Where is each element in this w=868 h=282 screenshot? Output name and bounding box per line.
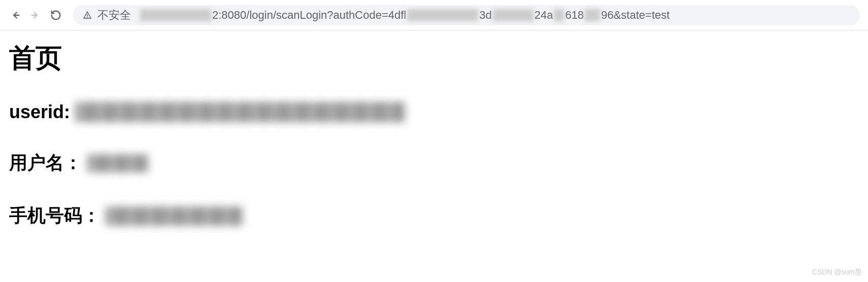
forward-button[interactable] bbox=[28, 8, 43, 22]
page-title: 首页 bbox=[9, 41, 859, 76]
username-value-blurred bbox=[87, 154, 148, 172]
url-seg1: 2:8080/login/scanLogin?authCode=4dfl bbox=[212, 9, 406, 22]
username-label: 用户名： bbox=[9, 151, 82, 175]
phone-value-blurred bbox=[106, 206, 243, 226]
url-seg5: 96&state=test bbox=[601, 9, 670, 22]
url-seg3: 24a bbox=[535, 9, 553, 22]
userid-label: userid: bbox=[9, 101, 70, 123]
browser-toolbar: 不安全 2:8080/login/scanLogin?authCode=4dfl… bbox=[0, 0, 868, 30]
not-secure-icon bbox=[82, 10, 92, 20]
phone-row: 手机号码： bbox=[9, 203, 859, 228]
page-content: 首页 userid: 用户名： 手机号码： bbox=[0, 30, 868, 266]
username-row: 用户名： bbox=[9, 151, 859, 175]
url-text: 2:8080/login/scanLogin?authCode=4dfl 3d … bbox=[139, 9, 670, 22]
userid-value-blurred bbox=[75, 102, 405, 122]
back-button[interactable] bbox=[8, 8, 22, 22]
phone-label: 手机号码： bbox=[9, 203, 101, 228]
watermark: CSDN @sum墨 bbox=[812, 268, 862, 277]
url-seg4: 618 bbox=[565, 9, 584, 22]
address-bar[interactable]: 不安全 2:8080/login/scanLogin?authCode=4dfl… bbox=[73, 5, 860, 25]
userid-row: userid: bbox=[9, 101, 859, 123]
security-label: 不安全 bbox=[97, 8, 131, 23]
url-seg2: 3d bbox=[479, 9, 491, 22]
reload-button[interactable] bbox=[49, 8, 63, 22]
nav-buttons bbox=[8, 8, 63, 22]
